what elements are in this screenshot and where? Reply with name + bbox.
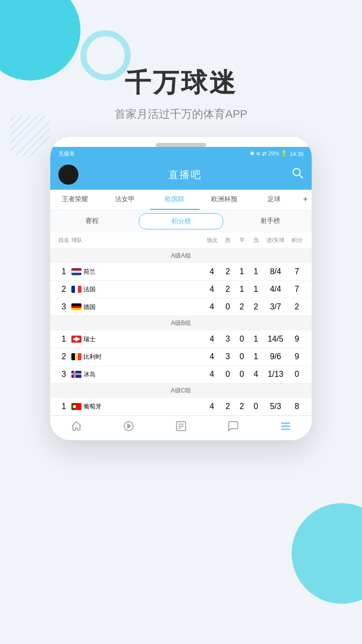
bottom-nav-home[interactable] [50,420,103,435]
svg-rect-12 [73,338,79,340]
bottom-nav-message[interactable] [207,420,259,435]
col-header-gd: 进/失球 [263,236,288,244]
col-header-gp: 场次 [203,236,221,244]
nav-tab-wangzhe[interactable]: 王者荣耀 [50,190,100,210]
sub-tab-standings[interactable]: 积分榜 [139,213,223,229]
table-row[interactable]: 3 德国 4 0 2 2 3/7 2 [50,298,312,316]
search-button[interactable] [292,167,304,182]
svg-rect-17 [71,374,81,374]
table-header-row: 排名 球队 场次 胜 平 负 进/失球 积分 [50,232,312,249]
phone-mockup: 无服务 ✱ ≋ ⇄ 29% 🔋 14:36 直播吧 王者荣耀 法女甲 欧国联 欧… [50,137,312,440]
bottom-nav-live[interactable] [103,420,155,435]
svg-line-9 [299,175,303,178]
table-row[interactable]: 1 葡萄牙 4 2 2 0 5/3 8 [50,398,312,416]
nav-tab-zuqiu[interactable]: 足球 [249,190,299,210]
table-row[interactable]: 1 瑞士 4 3 0 1 14/5 9 [50,331,312,348]
group-a-header: A级A组 [50,249,312,263]
status-time: 14:36 [290,151,304,157]
sub-tab-scorers[interactable]: 射手榜 [228,213,312,229]
col-header-rank: 排名 [56,236,71,244]
sub-tab-schedule[interactable]: 赛程 [50,213,134,229]
svg-point-8 [293,169,300,176]
flag-france [71,286,81,293]
status-service: 无服务 [58,150,75,157]
svg-marker-22 [128,424,131,428]
sub-title: 首家月活过千万的体育APP [0,107,362,122]
flag-iceland [71,371,81,378]
bottom-nav-mine[interactable] [259,420,312,435]
flag-belgium [71,353,81,360]
header-section: 千万球迷 首家月活过千万的体育APP [0,0,362,137]
group-b-header: A级B组 [50,316,312,331]
flag-germany [71,303,81,310]
bottom-nav [50,416,312,440]
flag-switzerland [71,336,81,343]
col-header-l: 负 [249,236,263,244]
bottom-nav-news[interactable] [155,420,207,435]
phone-notch [156,143,206,147]
bg-decoration-circle-right [292,503,362,604]
status-right: ✱ ≋ ⇄ 29% 🔋 14:36 [250,150,304,157]
status-bar: 无服务 ✱ ≋ ⇄ 29% 🔋 14:36 [50,147,312,160]
main-title: 千万球迷 [0,65,362,101]
nav-tab-ouzhoupubei[interactable]: 欧洲杯预 [200,190,249,210]
nav-tab-ouguolian[interactable]: 欧国联 [150,190,200,210]
col-header-pts: 积分 [288,236,306,244]
col-header-w: 胜 [221,236,235,244]
col-header-d: 平 [235,236,249,244]
table-row[interactable]: 2 法国 4 2 1 1 4/4 7 [50,281,312,298]
flag-netherlands [71,268,81,275]
table-row[interactable]: 3 冰岛 4 0 0 4 1/13 0 [50,366,312,383]
table-row[interactable]: 2 比利时 4 3 0 1 9/6 9 [50,348,312,366]
nav-tabs: 王者荣耀 法女甲 欧国联 欧洲杯预 足球 + [50,190,312,210]
group-c-header: A级C组 [50,383,312,398]
status-icons: ✱ ≋ ⇄ 29% 🔋 [250,150,288,157]
table-row[interactable]: 1 荷兰 4 2 1 1 8/4 7 [50,263,312,281]
app-logo[interactable] [58,165,78,185]
flag-portugal [71,403,81,410]
app-header: 直播吧 [50,160,312,190]
svg-point-20 [73,405,76,408]
nav-tab-fanujia[interactable]: 法女甲 [100,190,150,210]
app-title: 直播吧 [168,168,202,182]
nav-tab-plus[interactable]: + [299,190,312,210]
col-header-team: 球队 [71,236,203,244]
sub-tabs: 赛程 积分榜 射手榜 [50,210,312,232]
